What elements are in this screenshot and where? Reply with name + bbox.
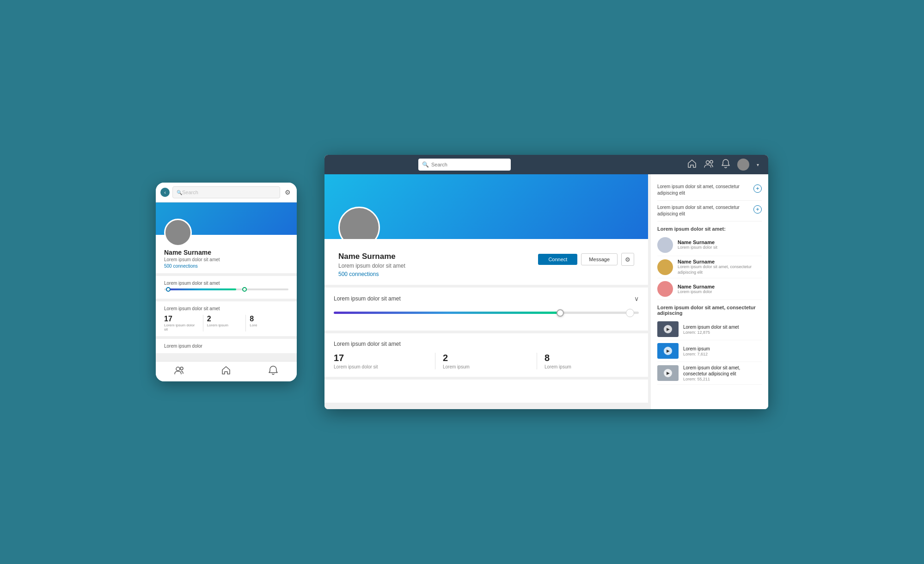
gear-icon[interactable]: ⚙ bbox=[283, 188, 292, 197]
sidebar-person-info-0: Name Surname Lorem ipsum dolor sit bbox=[678, 239, 762, 251]
svg-point-0 bbox=[176, 367, 180, 371]
sidebar-person-avatar-0 bbox=[657, 237, 673, 253]
desktop-home-icon[interactable] bbox=[687, 159, 697, 170]
sidebar-video-thumb-1[interactable]: ▶ bbox=[657, 343, 679, 359]
mobile-stat-item-0: 17 Lorem ipsum dolor sit bbox=[164, 315, 203, 331]
desktop-topbar: 🔍 ▾ bbox=[324, 155, 768, 174]
mobile-nav-people-icon[interactable] bbox=[174, 365, 184, 378]
mobile-stat-item-1: 2 Lorem ipsum bbox=[207, 315, 246, 331]
mobile-stats-section: Lorem ipsum dolor sit amet 17 Lorem ipsu… bbox=[156, 301, 297, 339]
mobile-stat-text-0: Lorem ipsum dolor sit bbox=[164, 323, 199, 331]
sidebar-person-info-1: Name Surname Lorem ipsum dolor sit amet,… bbox=[678, 259, 762, 275]
desktop-search-input[interactable] bbox=[431, 162, 507, 167]
desktop-nav-icons: ▾ bbox=[687, 159, 759, 171]
desktop-frame: 🔍 ▾ bbox=[324, 155, 768, 409]
desktop-body: Connect Message ⚙ Name Surname Lorem ips… bbox=[324, 174, 768, 409]
mobile-stats-label: Lorem ipsum dolor sit amet bbox=[164, 306, 288, 311]
mobile-slider-thumb-right[interactable] bbox=[242, 287, 247, 292]
desktop-slider-end bbox=[626, 309, 634, 317]
desktop-people-icon[interactable] bbox=[704, 159, 714, 170]
sidebar-video-title-2: Lorem ipsum dolor sit amet, consectetur … bbox=[683, 365, 762, 377]
mobile-user-subtitle: Lorem ipsum dolor sit amet bbox=[164, 257, 288, 262]
desktop-slider-thumb[interactable] bbox=[557, 309, 564, 317]
mobile-nav-home-icon[interactable] bbox=[221, 365, 231, 378]
desktop-search-bar[interactable]: 🔍 bbox=[418, 159, 511, 171]
mobile-slider-track[interactable] bbox=[164, 288, 288, 290]
desktop-stat-text-1: Lorem ipsum bbox=[443, 364, 529, 369]
mobile-topbar: ‹ 🔍 Search ⚙ bbox=[156, 183, 297, 202]
sidebar-video-thumb-2[interactable]: ▶ bbox=[657, 365, 679, 381]
mobile-search-placeholder: Search bbox=[182, 190, 198, 195]
play-button-0[interactable]: ▶ bbox=[664, 325, 672, 333]
desktop-slider-track[interactable] bbox=[334, 312, 639, 314]
desktop-accordion-card: Lorem ipsum dolor sit amet ∨ bbox=[324, 288, 648, 331]
sidebar-video-info-2: Lorem ipsum dolor sit amet, consectetur … bbox=[683, 365, 762, 381]
sidebar-person-2: Name Surname Lorem ipsum dolor bbox=[657, 278, 762, 300]
sidebar-add-button-0[interactable]: + bbox=[753, 184, 762, 193]
sidebar-person-sub-1: Lorem ipsum dolor sit amet, consectetur … bbox=[678, 264, 762, 275]
desktop-user-avatar bbox=[737, 159, 749, 171]
sidebar-person-name-0: Name Surname bbox=[678, 239, 762, 245]
chevron-down-icon: ∨ bbox=[634, 295, 639, 302]
mobile-slider-label: Lorem ipsum dolor sit amet bbox=[164, 281, 288, 286]
sidebar-person-avatar-2 bbox=[657, 281, 673, 297]
desktop-cover-photo bbox=[324, 174, 648, 239]
svg-point-3 bbox=[710, 160, 713, 163]
desktop-connections-link[interactable]: 500 connections bbox=[338, 271, 634, 277]
sidebar-person-1: Name Surname Lorem ipsum dolor sit amet,… bbox=[657, 256, 762, 278]
svg-point-2 bbox=[706, 161, 710, 164]
sidebar-person-sub-2: Lorem ipsum dolor bbox=[678, 289, 762, 295]
sidebar-video-sub-0: Lorem: 12,875 bbox=[683, 330, 762, 335]
desktop-profile-section: Connect Message ⚙ Name Surname Lorem ips… bbox=[324, 174, 648, 285]
sidebar-person-name-2: Name Surname bbox=[678, 284, 762, 289]
sidebar-invite-item-0: Lorem ipsum dolor sit amet, consectetur … bbox=[657, 180, 762, 201]
mobile-lorem-section: Lorem ipsum dolor bbox=[156, 339, 297, 353]
desktop-main: Connect Message ⚙ Name Surname Lorem ips… bbox=[324, 174, 648, 409]
sidebar-person-name-1: Name Surname bbox=[678, 259, 762, 264]
scene: ‹ 🔍 Search ⚙ Name Surname Lorem ipsum do… bbox=[156, 155, 768, 409]
play-button-2[interactable]: ▶ bbox=[664, 369, 672, 377]
sidebar-video-section-title: Lorem ipsum dolor sit amet, consectetur … bbox=[657, 300, 762, 319]
sidebar-video-sub-2: Lorem: 55,211 bbox=[683, 377, 762, 381]
sidebar-video-info-1: Lorem ipsum Lorem: 7,612 bbox=[683, 346, 762, 356]
desktop-bell-icon[interactable] bbox=[722, 159, 730, 170]
mobile-stat-num-2: 8 bbox=[250, 315, 285, 323]
mobile-connections-link[interactable]: 500 connections bbox=[164, 264, 288, 269]
desktop-extra-card bbox=[324, 380, 648, 403]
svg-point-1 bbox=[180, 367, 183, 370]
mobile-stat-num-0: 17 bbox=[164, 315, 199, 323]
desktop-stat-num-0: 17 bbox=[334, 353, 428, 363]
sidebar-video-sub-1: Lorem: 7,612 bbox=[683, 352, 762, 356]
mobile-search-bar[interactable]: 🔍 Search bbox=[172, 186, 280, 198]
mobile-nav-bell-icon[interactable] bbox=[268, 365, 278, 378]
sidebar-people-section-title: Lorem ipsum dolor sit amet: bbox=[657, 221, 762, 234]
desktop-stat-num-1: 2 bbox=[443, 353, 529, 363]
desktop-slider-fill bbox=[334, 312, 563, 314]
mobile-stat-item-2: 8 Lore bbox=[250, 315, 288, 331]
message-button[interactable]: Message bbox=[581, 253, 618, 265]
connect-button[interactable]: Connect bbox=[538, 254, 577, 265]
desktop-profile-actions: Connect Message ⚙ bbox=[538, 253, 634, 266]
sidebar-video-thumb-0[interactable]: ▶ bbox=[657, 321, 679, 337]
sidebar-invite-item-1: Lorem ipsum dolor sit amet, consectetur … bbox=[657, 201, 762, 221]
mobile-frame: ‹ 🔍 Search ⚙ Name Surname Lorem ipsum do… bbox=[156, 183, 297, 381]
sidebar-person-info-2: Name Surname Lorem ipsum dolor bbox=[678, 284, 762, 295]
play-button-1[interactable]: ▶ bbox=[664, 347, 672, 355]
desktop-stat-num-2: 8 bbox=[545, 353, 631, 363]
mobile-cover-photo bbox=[156, 202, 297, 235]
desktop-accordion-header[interactable]: Lorem ipsum dolor sit amet ∨ bbox=[334, 295, 639, 302]
back-button[interactable]: ‹ bbox=[160, 188, 170, 197]
sidebar-invite-text-1: Lorem ipsum dolor sit amet, consectetur … bbox=[657, 204, 750, 217]
sidebar-add-button-1[interactable]: + bbox=[753, 205, 762, 214]
mobile-slider-thumb-left[interactable] bbox=[166, 287, 171, 292]
desktop-stats-row: 17 Lorem ipsum dolor sit 2 Lorem ipsum 8… bbox=[334, 353, 639, 369]
mobile-stats-row: 17 Lorem ipsum dolor sit 2 Lorem ipsum 8… bbox=[164, 315, 288, 331]
desktop-dropdown-arrow-icon[interactable]: ▾ bbox=[757, 162, 759, 167]
desktop-stat-text-0: Lorem ipsum dolor sit bbox=[334, 364, 428, 369]
desktop-stats-label: Lorem ipsum dolor sit amet bbox=[334, 341, 639, 347]
sidebar-video-1: ▶ Lorem ipsum Lorem: 7,612 bbox=[657, 340, 762, 362]
desktop-stat-item-2: 8 Lorem ipsum bbox=[537, 353, 639, 369]
sidebar-invite-text-0: Lorem ipsum dolor sit amet, consectetur … bbox=[657, 184, 750, 196]
mobile-bottom-nav bbox=[156, 361, 297, 381]
settings-button[interactable]: ⚙ bbox=[621, 253, 634, 266]
